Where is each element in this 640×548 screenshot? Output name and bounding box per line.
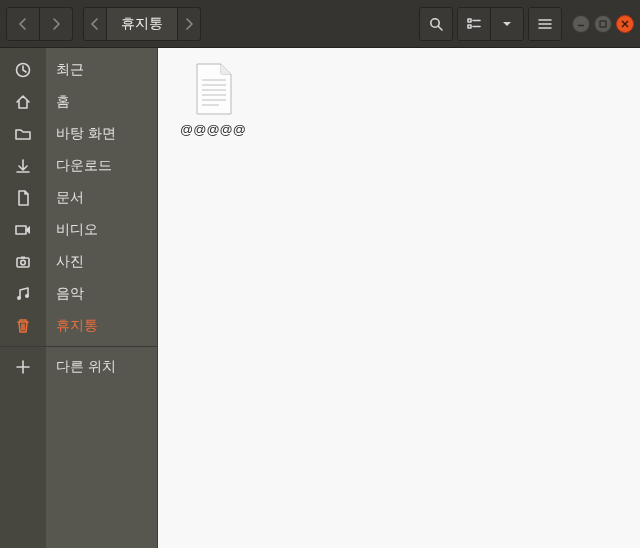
body: 최근 홈 바탕 화면 다운로드 문서 비디오 사진 음악 휴지통 다른 위치	[0, 48, 640, 548]
videos-icon[interactable]	[0, 214, 46, 246]
sidebar-item-label: 사진	[56, 253, 84, 271]
sidebar-item-label: 바탕 화면	[56, 125, 116, 143]
svg-rect-1	[468, 19, 471, 22]
view-group	[457, 7, 524, 41]
sidebar-item-recent[interactable]: 최근	[46, 54, 157, 86]
file-manager-window: 휴지통	[0, 0, 640, 548]
sidebar-item-label: 홈	[56, 93, 70, 111]
sidebar-item-desktop[interactable]: 바탕 화면	[46, 118, 157, 150]
file-label: @@@@@	[180, 122, 246, 138]
view-mode-button[interactable]	[457, 7, 491, 41]
music-icon[interactable]	[0, 278, 46, 310]
sidebar-item-videos[interactable]: 비디오	[46, 214, 157, 246]
file-grid: @@@@@	[158, 48, 640, 152]
documents-icon[interactable]	[0, 182, 46, 214]
sidebar-separator	[46, 346, 157, 347]
sidebar-item-pictures[interactable]: 사진	[46, 246, 157, 278]
sidebar-item-trash[interactable]: 휴지통	[46, 310, 157, 342]
forward-button[interactable]	[39, 7, 73, 41]
path-next-button[interactable]	[177, 7, 201, 41]
sidebar-item-other-locations[interactable]: 다른 위치	[46, 351, 157, 383]
content-area[interactable]: @@@@@	[158, 48, 640, 548]
svg-point-9	[17, 296, 21, 300]
path-label: 휴지통	[121, 15, 163, 33]
window-controls	[572, 15, 634, 33]
close-button[interactable]	[616, 15, 634, 33]
other-locations-icon[interactable]	[0, 351, 46, 383]
path-segment-current[interactable]: 휴지통	[106, 7, 178, 41]
svg-rect-2	[468, 25, 471, 28]
sidebar-labels: 최근 홈 바탕 화면 다운로드 문서 비디오 사진 음악 휴지통 다른 위치	[46, 48, 158, 548]
menu-button[interactable]	[528, 7, 562, 41]
pictures-icon[interactable]	[0, 246, 46, 278]
sidebar-item-label: 음악	[56, 285, 84, 303]
file-item[interactable]: @@@@@	[168, 62, 258, 138]
desktop-icon[interactable]	[0, 118, 46, 150]
sidebar-item-label: 휴지통	[56, 317, 98, 335]
sidebar-separator	[0, 346, 46, 347]
sidebar-item-label: 다운로드	[56, 157, 112, 175]
view-options-button[interactable]	[490, 7, 524, 41]
sidebar-icons	[0, 48, 46, 548]
text-file-icon	[189, 62, 237, 118]
nav-group	[6, 7, 73, 41]
trash-icon[interactable]	[0, 310, 46, 342]
sidebar-item-label: 비디오	[56, 221, 98, 239]
downloads-icon[interactable]	[0, 150, 46, 182]
sidebar-item-downloads[interactable]: 다운로드	[46, 150, 157, 182]
svg-point-7	[21, 260, 26, 265]
path-prev-button[interactable]	[83, 7, 107, 41]
recent-icon[interactable]	[0, 54, 46, 86]
sidebar-item-label: 최근	[56, 61, 84, 79]
svg-rect-6	[17, 258, 29, 267]
svg-rect-3	[600, 21, 606, 27]
svg-point-10	[25, 294, 29, 298]
svg-rect-8	[21, 257, 25, 259]
sidebar-item-label: 다른 위치	[56, 358, 116, 376]
sidebar-item-home[interactable]: 홈	[46, 86, 157, 118]
toolbar-right	[419, 7, 634, 41]
back-button[interactable]	[6, 7, 40, 41]
sidebar-item-documents[interactable]: 문서	[46, 182, 157, 214]
headerbar: 휴지통	[0, 0, 640, 48]
sidebar-item-label: 문서	[56, 189, 84, 207]
svg-rect-5	[16, 226, 26, 234]
search-button[interactable]	[419, 7, 453, 41]
minimize-button[interactable]	[572, 15, 590, 33]
home-icon[interactable]	[0, 86, 46, 118]
maximize-button[interactable]	[594, 15, 612, 33]
path-bar: 휴지통	[83, 7, 201, 41]
sidebar-item-music[interactable]: 음악	[46, 278, 157, 310]
